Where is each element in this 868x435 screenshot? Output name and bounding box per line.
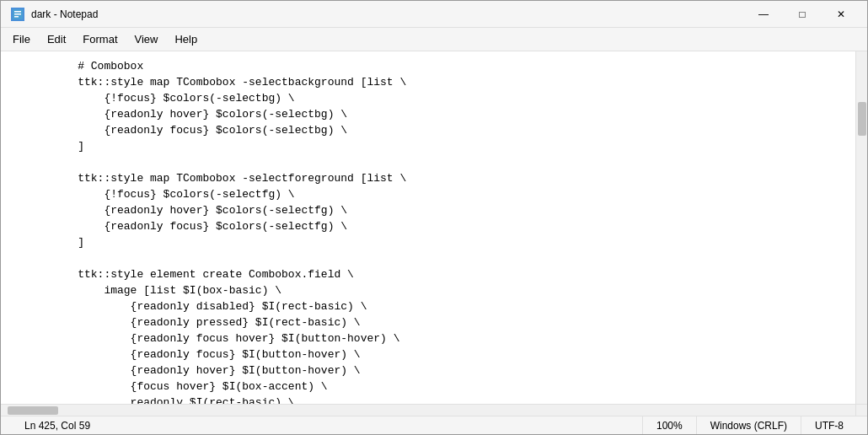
maximize-button[interactable]: □: [783, 1, 822, 28]
editor-area: # Combobox ttk::style map TCombobox -sel…: [1, 51, 867, 404]
window-title: dark - Notepad: [31, 8, 98, 20]
status-line-ending: Windows (CRLF): [696, 416, 801, 434]
status-bar: Ln 425, Col 59 100% Windows (CRLF) UTF-8: [1, 416, 867, 434]
menu-help[interactable]: Help: [166, 30, 206, 49]
window-controls: — □ ✕: [744, 1, 860, 28]
bottom-row: [1, 404, 867, 416]
status-encoding: UTF-8: [801, 416, 857, 434]
scrollbar-corner: [855, 404, 867, 416]
svg-rect-1: [14, 11, 21, 13]
status-zoom: 100%: [642, 416, 696, 434]
vertical-scrollbar[interactable]: [855, 51, 867, 404]
close-button[interactable]: ✕: [822, 1, 860, 28]
svg-rect-3: [14, 16, 19, 18]
title-bar-left: dark - Notepad: [11, 8, 98, 21]
minimize-button[interactable]: —: [744, 1, 783, 28]
svg-rect-2: [14, 13, 21, 15]
menu-format[interactable]: Format: [74, 30, 126, 49]
title-bar: dark - Notepad — □ ✕: [1, 1, 867, 28]
app-icon: [11, 8, 24, 21]
scrollbar-thumb-v[interactable]: [858, 102, 866, 136]
code-editor[interactable]: # Combobox ttk::style map TCombobox -sel…: [1, 51, 855, 404]
scrollbar-thumb-h[interactable]: [8, 406, 58, 415]
horizontal-scrollbar[interactable]: [1, 404, 855, 416]
menu-edit[interactable]: Edit: [39, 30, 74, 49]
editor-content[interactable]: # Combobox ttk::style map TCombobox -sel…: [1, 51, 855, 404]
menu-file[interactable]: File: [4, 30, 39, 49]
status-position: Ln 425, Col 59: [11, 416, 104, 434]
menu-bar: File Edit Format View Help: [1, 28, 867, 51]
menu-view[interactable]: View: [126, 30, 167, 49]
main-window: dark - Notepad — □ ✕ File Edit Format Vi…: [0, 0, 868, 435]
